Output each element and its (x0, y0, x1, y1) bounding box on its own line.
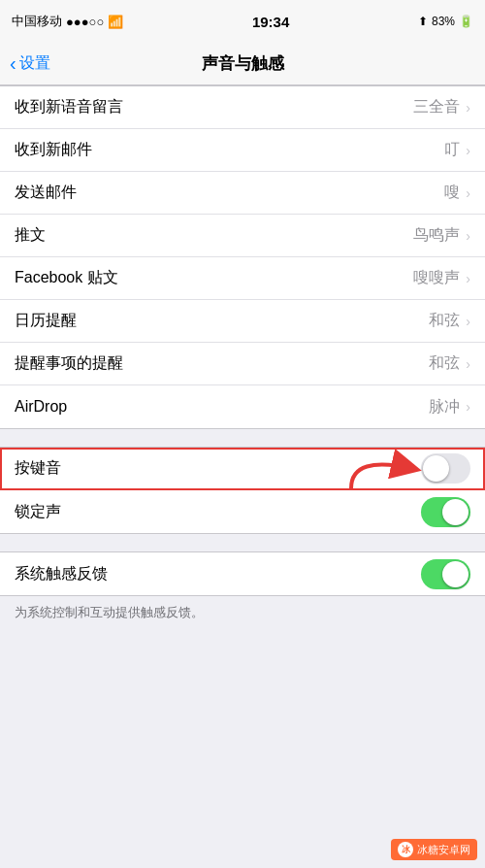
red-arrow-icon (341, 445, 429, 493)
status-right: ⬆ 83% 🔋 (418, 15, 473, 28)
haptics-description: 为系统控制和互动提供触感反馈。 (0, 596, 485, 633)
section-gap-2 (0, 534, 485, 551)
battery-icon: 🔋 (459, 15, 473, 28)
haptics-toggle[interactable] (421, 559, 470, 589)
chevron-icon: › (466, 356, 470, 372)
battery-label: 83% (432, 15, 455, 28)
signal-dots: ●●●○○ (66, 15, 104, 29)
settings-section: 收到新语音留言 三全音 › 收到新邮件 叮 › 发送邮件 嗖 › 推文 鸟鸣声 (0, 85, 485, 633)
row-value: 嗖 › (444, 183, 470, 203)
page-title: 声音与触感 (202, 52, 284, 75)
row-label: 发送邮件 (15, 183, 77, 203)
airdrop-row[interactable]: AirDrop 脉冲 › (0, 385, 485, 428)
list-item[interactable]: 收到新邮件 叮 › (0, 129, 485, 172)
key-click-label: 按键音 (15, 458, 61, 479)
toggle-knob (442, 499, 469, 525)
row-label: 提醒事项的提醒 (15, 353, 123, 374)
status-left: 中国移动 ●●●○○ 📶 (12, 13, 123, 30)
nav-bar: ‹ 设置 声音与触感 (0, 43, 485, 85)
row-label: 收到新语音留言 (15, 97, 123, 117)
sounds-group: 收到新语音留言 三全音 › 收到新邮件 叮 › 发送邮件 嗖 › 推文 鸟鸣声 (0, 85, 485, 429)
row-label: Facebook 贴文 (15, 268, 118, 288)
status-time: 19:34 (252, 14, 289, 30)
haptics-row[interactable]: 系统触感反馈 (0, 552, 485, 595)
row-label: 日历提醒 (15, 311, 77, 331)
chevron-icon: › (466, 399, 470, 415)
haptics-label: 系统触感反馈 (15, 564, 108, 584)
row-label: 推文 (15, 225, 46, 246)
row-value: 三全音 › (413, 97, 470, 117)
row-value: 脉冲 › (429, 397, 470, 417)
haptics-group: 系统触感反馈 (0, 551, 485, 596)
watermark: 冰 冰糖安卓网 (391, 839, 477, 860)
airdrop-label: AirDrop (15, 398, 67, 416)
chevron-icon: › (466, 100, 470, 116)
row-label: 收到新邮件 (15, 140, 92, 160)
back-label: 设置 (19, 53, 50, 74)
lock-sound-row[interactable]: 锁定声 (0, 490, 485, 533)
row-value: 叮 › (444, 140, 470, 160)
row-value: 和弦 › (429, 311, 470, 331)
list-item[interactable]: 提醒事项的提醒 和弦 › (0, 343, 485, 385)
row-value: 和弦 › (429, 353, 470, 374)
lock-sound-label: 锁定声 (15, 502, 61, 522)
chevron-icon: › (466, 143, 470, 158)
list-item[interactable]: 推文 鸟鸣声 › (0, 215, 485, 257)
row-value: 嗖嗖声 › (413, 268, 470, 288)
watermark-icon: 冰 (398, 842, 413, 857)
chevron-icon: › (466, 314, 470, 329)
list-item[interactable]: 收到新语音留言 三全音 › (0, 86, 485, 129)
wifi-icon: 📶 (108, 15, 123, 29)
chevron-icon: › (466, 228, 470, 244)
list-item[interactable]: 发送邮件 嗖 › (0, 172, 485, 215)
system-sounds-group: 按键音 锁定声 (0, 447, 485, 534)
toggle-knob (442, 561, 469, 587)
list-item[interactable]: 日历提醒 和弦 › (0, 300, 485, 343)
lock-sound-toggle[interactable] (421, 497, 470, 527)
back-button[interactable]: ‹ 设置 (10, 53, 50, 74)
back-chevron-icon: ‹ (10, 53, 16, 73)
chevron-icon: › (466, 185, 470, 201)
chevron-icon: › (466, 271, 470, 286)
key-click-row[interactable]: 按键音 (0, 448, 485, 490)
carrier-label: 中国移动 (12, 13, 62, 30)
row-value: 鸟鸣声 › (413, 225, 470, 246)
location-icon: ⬆ (418, 15, 428, 28)
watermark-text: 冰糖安卓网 (417, 843, 470, 857)
list-item[interactable]: Facebook 贴文 嗖嗖声 › (0, 257, 485, 300)
status-bar: 中国移动 ●●●○○ 📶 19:34 ⬆ 83% 🔋 (0, 0, 485, 43)
